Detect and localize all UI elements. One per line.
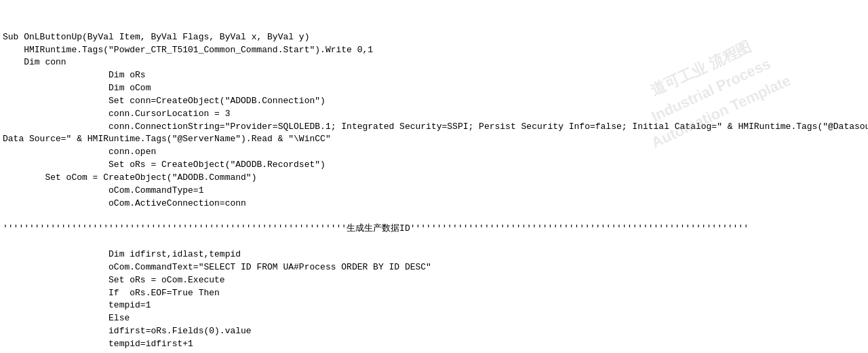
code-line: Set oRs = CreateObject("ADODB.Recordset"…: [3, 159, 865, 172]
code-line: Data Source=" & HMIRuntime.Tags("@Server…: [3, 133, 865, 146]
code-line: [3, 236, 865, 248]
code-line: conn.ConnectionString="Provider=SQLOLEDB…: [3, 121, 865, 134]
code-line: Sub OnLButtonUp(ByVal Item, ByVal Flags,…: [3, 31, 865, 44]
code-line: If oRs.EOF=True Then: [3, 287, 865, 300]
code-line: ''''''''''''''''''''''''''''''''''''''''…: [3, 223, 865, 236]
code-editor: 道可工业 流程图 Industrial Process Automation T…: [0, 0, 868, 353]
code-line: Set conn=CreateObject("ADODB.Connection"…: [3, 95, 865, 108]
code-line: Else: [3, 312, 865, 325]
code-line: conn.CursorLocation = 3: [3, 108, 865, 121]
code-line: conn.open: [3, 146, 865, 159]
code-line: Set oRs = oCom.Execute: [3, 274, 865, 287]
code-line: HMIRuntime.Tags("Powder_CTR_T5101_Common…: [3, 44, 865, 57]
code-line: idfirst=oRs.Fields(0).value: [3, 325, 865, 338]
code-line: Dim idfirst,idlast,tempid: [3, 248, 865, 261]
code-line: tempid=idfirst+1: [3, 338, 865, 351]
code-line: oCom.ActiveConnection=conn: [3, 198, 865, 210]
code-line: [3, 210, 865, 223]
code-line: Dim oCom: [3, 82, 865, 95]
code-line: Dim conn: [3, 56, 865, 69]
code-line: Set oCom = CreateObject("ADODB.Command"): [3, 172, 865, 185]
code-line: oCom.CommandText="SELECT ID FROM UA#Proc…: [3, 261, 865, 274]
code-line: oCom.CommandType=1: [3, 185, 865, 198]
code-line: Dim oRs: [3, 69, 865, 82]
code-line: tempid=1: [3, 299, 865, 312]
